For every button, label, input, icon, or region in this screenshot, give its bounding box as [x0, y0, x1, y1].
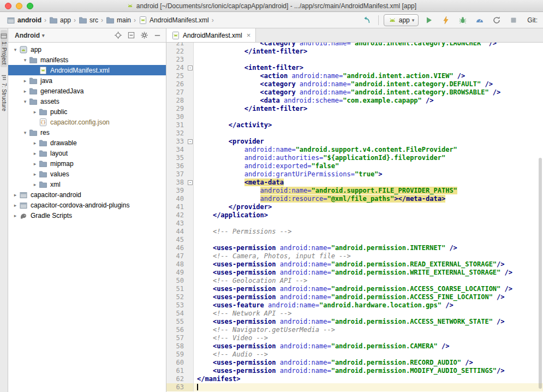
fold-gutter — [187, 228, 194, 236]
collapse-arrow-icon[interactable]: ▾ — [21, 99, 29, 104]
fold-collapse-icon[interactable]: - — [188, 180, 193, 185]
tree-item-layout[interactable]: ▸layout — [8, 148, 166, 158]
code-text: </application> — [194, 211, 543, 219]
profiler-button[interactable] — [473, 14, 486, 26]
fold-gutter — [187, 72, 194, 80]
tree-item-public[interactable]: ▸public — [8, 106, 166, 117]
fold-gutter — [187, 162, 194, 170]
code-text: <!-- Camera, Photos, input file --> — [194, 252, 543, 260]
code-line-50: 50 <!-- Geolocation API --> — [166, 277, 543, 285]
scrollbar-thumb[interactable] — [539, 158, 542, 388]
stop-button[interactable] — [507, 14, 520, 26]
code-line-53: 53 <uses-feature android:name="android.h… — [166, 301, 543, 310]
editor-tab-androidmanifest[interactable]: AndroidManifest.xml × — [166, 28, 256, 42]
expand-arrow-icon[interactable]: ▸ — [11, 203, 19, 208]
fold-collapse-icon[interactable]: - — [188, 66, 193, 70]
sync-gradle-button[interactable] — [490, 14, 503, 26]
code-text: <!-- Navigator.getUserMedia --> — [194, 326, 543, 334]
code-line-31: 31 </activity> — [166, 121, 543, 129]
line-number: 49 — [166, 269, 187, 277]
breadcrumb-item-android[interactable]: android — [5, 15, 43, 25]
code-line-37: 37 android:grantUriPermissions="true"> — [166, 170, 543, 179]
expand-arrow-icon[interactable]: ▸ — [31, 109, 39, 115]
fold-gutter — [187, 351, 194, 359]
project-view-selector[interactable]: Android ▾ — [15, 32, 45, 39]
code-text: <data android:scheme="com.example.capapp… — [194, 97, 543, 105]
tree-item-java[interactable]: ▸java — [8, 75, 166, 86]
json-file-icon: {} — [39, 118, 47, 127]
tree-item-gradle-scripts[interactable]: ▸Gradle Scripts — [8, 210, 166, 221]
folder-icon — [79, 16, 87, 25]
line-number: 32 — [166, 129, 187, 138]
debug-button[interactable] — [456, 14, 469, 26]
project-tree: ▾app▾manifestsAndroidManifest.xml▸java▸g… — [8, 43, 166, 392]
sync-icon — [492, 16, 501, 25]
tree-item-manifests[interactable]: ▾manifests — [8, 55, 166, 65]
apply-changes-button[interactable] — [439, 14, 452, 26]
expand-arrow-icon[interactable]: ▸ — [21, 88, 29, 94]
expand-arrow-icon[interactable]: ▸ — [11, 213, 19, 218]
back-arrow-button[interactable] — [360, 14, 373, 26]
settings-button[interactable] — [140, 31, 148, 39]
run-button[interactable] — [422, 14, 435, 26]
tree-item-generatedjava[interactable]: ▸generatedJava — [8, 86, 166, 96]
tree-item-label: res — [40, 129, 50, 136]
tree-item-assets[interactable]: ▾assets — [8, 96, 166, 106]
tree-item-label: layout — [50, 150, 68, 157]
tree-item-drawable[interactable]: ▸drawable — [8, 138, 166, 148]
fold-gutter — [187, 383, 194, 391]
collapse-arrow-icon[interactable]: ▾ — [11, 47, 19, 52]
hide-panel-button[interactable] — [153, 31, 162, 39]
code-line-47: 47 <!-- Camera, Photos, input file --> — [166, 252, 543, 260]
fold-gutter — [187, 326, 194, 334]
locate-button[interactable] — [114, 31, 122, 39]
collapse-arrow-icon[interactable]: ▾ — [21, 57, 29, 63]
code-area[interactable]: 21 <category android:name="android.inten… — [166, 43, 543, 392]
run-config-select[interactable]: app ▾ — [384, 14, 419, 26]
zoom-window-button[interactable] — [27, 3, 33, 9]
code-text: <!-- Permissions --> — [194, 228, 543, 236]
text-caret — [197, 384, 198, 390]
expand-arrow-icon[interactable]: ▸ — [31, 171, 39, 177]
line-number: 51 — [166, 285, 187, 293]
minimize-window-button[interactable] — [16, 3, 22, 9]
tool-button-project[interactable]: 1: Project — [1, 30, 7, 67]
line-number: 40 — [166, 195, 187, 203]
breadcrumb-item-app[interactable]: app — [48, 15, 72, 25]
code-line-25: 25 <action android:name="android.intent.… — [166, 72, 543, 80]
line-number: 29 — [166, 105, 187, 113]
code-text: <category android:name="android.intent.c… — [194, 80, 543, 88]
tree-item-capacitor-cordova-android-plugins[interactable]: ▸capacitor-cordova-android-plugins — [8, 200, 166, 210]
code-text: android:name="android.support.v4.content… — [194, 146, 543, 154]
collapse-all-button[interactable] — [127, 31, 135, 39]
breadcrumb-item-src[interactable]: src — [77, 15, 99, 25]
tree-item-mipmap[interactable]: ▸mipmap — [8, 158, 166, 169]
line-number: 44 — [166, 228, 187, 236]
expand-arrow-icon[interactable]: ▸ — [11, 192, 19, 198]
close-window-button[interactable] — [5, 3, 11, 9]
collapse-arrow-icon[interactable]: ▾ — [21, 130, 29, 135]
breadcrumb-item-main[interactable]: main — [105, 15, 132, 25]
expand-arrow-icon[interactable]: ▸ — [31, 140, 39, 146]
tree-item-xml[interactable]: ▸xml — [8, 179, 166, 189]
play-icon — [425, 16, 433, 25]
tool-button-structure[interactable]: 7: Structure — [1, 72, 7, 114]
tree-item-values[interactable]: ▸values — [8, 169, 166, 179]
tree-item-app[interactable]: ▾app — [8, 44, 166, 55]
line-number: 36 — [166, 162, 187, 170]
tree-item-res[interactable]: ▾res — [8, 127, 166, 138]
expand-arrow-icon[interactable]: ▸ — [31, 161, 39, 167]
expand-arrow-icon[interactable]: ▸ — [31, 182, 39, 187]
fold-gutter — [187, 195, 194, 203]
main-area: 1: Project 7: Structure Android ▾ ▾app▾m… — [0, 28, 543, 392]
close-tab-icon[interactable]: × — [247, 31, 251, 39]
expand-arrow-icon[interactable]: ▸ — [31, 151, 39, 156]
tree-item-capacitor-config-json[interactable]: {}capacitor.config.json — [8, 117, 166, 127]
breadcrumb-item-androidmanifest-xml[interactable]: AndroidManifest.xml — [138, 15, 210, 25]
editor-scrollbar[interactable] — [538, 43, 543, 392]
fold-collapse-icon[interactable]: - — [188, 139, 193, 144]
line-number: 60 — [166, 359, 187, 367]
tree-item-androidmanifest-xml[interactable]: AndroidManifest.xml — [8, 65, 166, 75]
expand-arrow-icon[interactable]: ▸ — [21, 78, 29, 84]
tree-item-capacitor-android[interactable]: ▸capacitor-android — [8, 189, 166, 200]
